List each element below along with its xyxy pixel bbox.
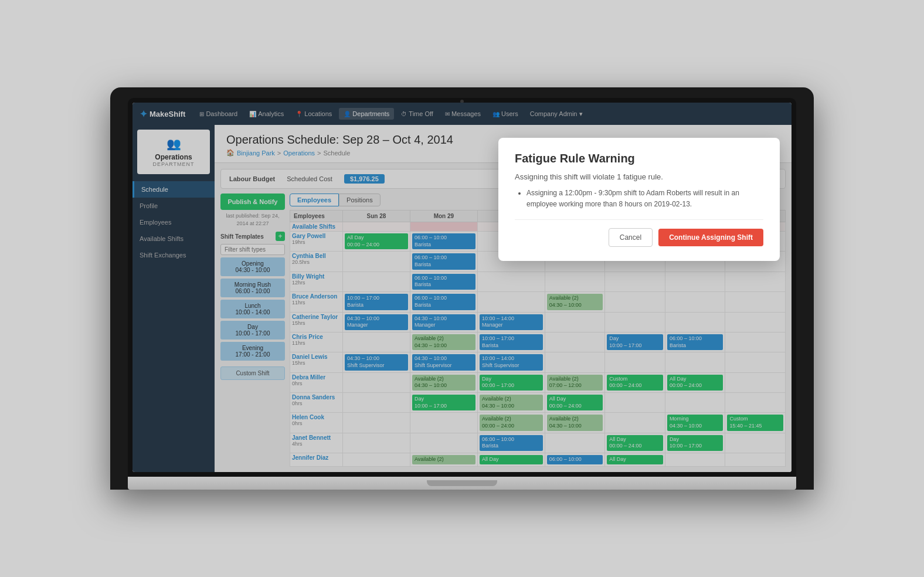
modal-title: Fatigue Rule Warning [515, 152, 763, 165]
modal-footer: Cancel Continue Assigning Shift [515, 219, 763, 247]
modal-bullet: Assigning a 12:00pm - 9:30pm shift to Ad… [526, 188, 763, 210]
modal-overlay[interactable]: Fatigue Rule Warning Assigning this shif… [133, 103, 791, 472]
laptop-shell: ✦ MakeShift ⊞ Dashboard 📊 Analytics 📍 Lo… [110, 87, 814, 490]
continue-assigning-button[interactable]: Continue Assigning Shift [658, 229, 763, 246]
laptop-notch [427, 480, 497, 486]
modal-body-text: Assigning this shift will violate 1 fati… [515, 172, 663, 181]
laptop-base [128, 477, 796, 490]
fatigue-warning-modal: Fatigue Rule Warning Assigning this shif… [498, 138, 780, 261]
modal-list: Assigning a 12:00pm - 9:30pm shift to Ad… [515, 188, 763, 210]
screen-bezel: ✦ MakeShift ⊞ Dashboard 📊 Analytics 📍 Lo… [128, 98, 796, 477]
laptop-screen: ✦ MakeShift ⊞ Dashboard 📊 Analytics 📍 Lo… [133, 103, 791, 472]
modal-body: Assigning this shift will violate 1 fati… [515, 171, 763, 210]
cancel-button[interactable]: Cancel [609, 228, 653, 247]
